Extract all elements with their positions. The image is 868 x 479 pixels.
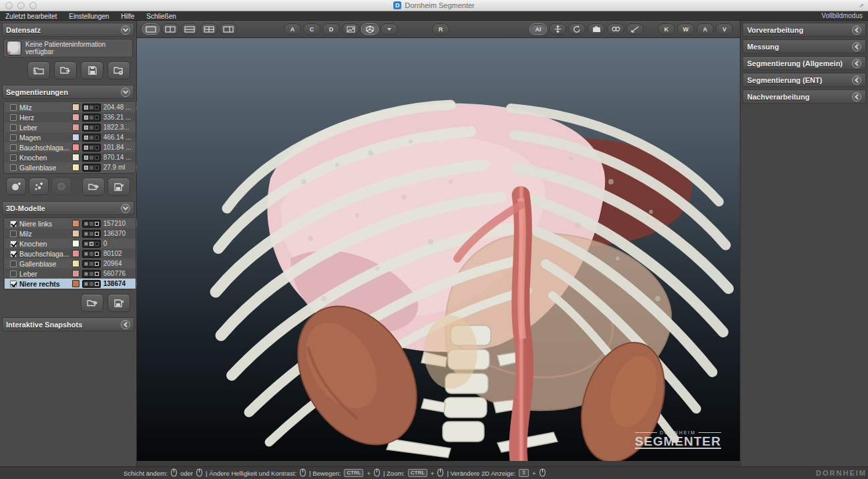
color-swatch[interactable] [72,250,79,257]
viewport-3d[interactable]: DORNHEIM SEGMENTER [137,38,740,461]
display-mode-2[interactable] [95,242,99,246]
save-segmentation-button[interactable] [107,178,130,196]
import-dataset-button[interactable] [54,61,77,79]
display-mode-0[interactable] [84,126,88,130]
panel-header-nachverarbeitung[interactable]: Nachverarbeitung [742,90,866,104]
list-item-milz[interactable]: Milz136370 [5,228,136,238]
menu-item-einstellungen[interactable]: Einstellungen [69,13,109,20]
color-swatch[interactable] [72,270,79,277]
reset-view-button[interactable]: R [432,23,449,35]
list-item-bauchschlaga-[interactable]: Bauchschlaga...101.84 ... [5,142,136,152]
fullscreen-mode-button[interactable]: Vollbildmodus [821,12,863,19]
display-mode-widget[interactable] [82,104,101,112]
snapshot-tool-button[interactable] [588,23,605,35]
display-mode-2[interactable] [95,136,99,140]
display-mode-0[interactable] [84,146,88,150]
display-mode-2[interactable] [95,252,99,256]
display-mode-2[interactable] [95,262,99,266]
color-swatch[interactable] [72,104,79,111]
display-mode-1[interactable] [89,272,93,276]
collapse-segmentierungen-button[interactable] [121,88,130,97]
pan-tool-button[interactable] [549,23,566,35]
display-mode-0[interactable] [84,136,88,140]
save-dataset-button[interactable] [81,61,103,79]
list-item-bauchschlaga-[interactable]: Bauchschlaga...80102 [5,249,136,259]
display-mode-1[interactable] [89,126,93,130]
visibility-checkbox[interactable] [10,164,17,171]
collapse-modelle-button[interactable] [121,204,130,213]
expand-panel-button[interactable] [852,75,861,85]
list-item-gallenblase[interactable]: Gallenblase20964 [5,259,136,269]
panel-header-vorverarbeitung[interactable]: Vorverarbeitung [742,23,866,37]
layout-grid-button[interactable] [200,23,218,35]
display-mode-1[interactable] [89,116,93,120]
visibility-checkbox[interactable] [10,241,17,247]
export-segmentation-button[interactable] [82,178,105,196]
menu-item-zuletzt-bearbeitet[interactable]: Zuletzt bearbeitet [5,13,57,20]
display-mode-2[interactable] [95,116,99,120]
display-mode-0[interactable] [84,262,88,266]
list-item-niere-rechts[interactable]: Niere rechts138674 [5,279,136,289]
display-mode-widget[interactable] [82,124,101,132]
display-mode-2[interactable] [95,232,99,236]
display-mode-1[interactable] [89,166,93,170]
expand-snapshots-button[interactable] [121,320,130,329]
display-mode-1[interactable] [89,136,93,140]
layout-main-plus-side-button[interactable] [220,23,237,35]
list-item-niere-links[interactable]: Niere links157210 [5,218,136,228]
modelle-panel-header[interactable]: 3D-Modelle [2,201,134,215]
display-mode-1[interactable] [89,222,93,226]
open-dataset-button[interactable] [27,61,50,79]
menu-item-hilfe[interactable]: Hilfe [121,13,134,20]
display-mode-1[interactable] [89,262,93,266]
display-mode-2[interactable] [95,272,99,276]
display-mode-0[interactable] [84,272,88,276]
new-point-segmentation-button[interactable] [29,178,49,195]
display-mode-0[interactable] [84,116,88,120]
layout-single-button[interactable] [142,23,160,35]
color-swatch[interactable] [72,260,79,267]
view-3d-dropdown-button[interactable] [381,23,398,35]
visibility-checkbox[interactable] [10,144,17,151]
display-mode-0[interactable] [84,156,88,160]
color-swatch[interactable] [72,154,79,161]
visibility-checkbox[interactable] [10,114,17,121]
display-mode-widget[interactable] [82,164,101,172]
display-mode-widget[interactable] [82,154,101,162]
display-mode-0[interactable] [84,282,88,286]
display-mode-1[interactable] [89,252,93,256]
panel-header-segmentierung-ent-[interactable]: Segmentierung (ENT) [742,73,866,87]
save-model-button[interactable] [107,294,130,312]
layout-two-rows-button[interactable] [181,23,198,35]
view-3d-button[interactable] [361,23,379,35]
color-swatch[interactable] [72,280,79,287]
display-mode-0[interactable] [84,106,88,110]
list-item-leber[interactable]: Leber1822.3... [5,122,136,132]
list-item-knochen[interactable]: Knochen0 [5,238,136,249]
color-swatch[interactable] [72,240,79,247]
list-item-magen[interactable]: Magen466.14 ... [5,132,136,142]
visibility-checkbox[interactable] [10,134,17,141]
window-preset-k-button[interactable]: K [658,23,675,35]
color-swatch[interactable] [72,144,79,151]
display-mode-widget[interactable] [82,220,101,228]
menu-item-schlie-en[interactable]: Schließen [146,13,176,20]
new-segmentation-button[interactable] [6,178,26,195]
color-swatch[interactable] [72,220,79,227]
color-swatch[interactable] [72,134,79,141]
display-mode-1[interactable] [89,242,93,246]
list-item-knochen[interactable]: Knochen870.14 ... [5,152,136,162]
display-mode-2[interactable] [95,106,99,110]
display-mode-0[interactable] [84,166,88,170]
display-mode-widget[interactable] [82,280,101,288]
visibility-checkbox[interactable] [10,154,17,161]
visibility-checkbox[interactable] [10,271,17,277]
dataset-settings-button[interactable] [107,61,130,79]
list-item-leber[interactable]: Leber560776 [5,269,136,279]
display-mode-2[interactable] [95,156,99,160]
visibility-checkbox[interactable] [10,124,17,131]
display-mode-2[interactable] [95,282,99,286]
segmentierungen-panel-header[interactable]: Segmentierungen [2,85,134,99]
display-mode-1[interactable] [89,146,93,150]
display-mode-2[interactable] [95,166,99,170]
